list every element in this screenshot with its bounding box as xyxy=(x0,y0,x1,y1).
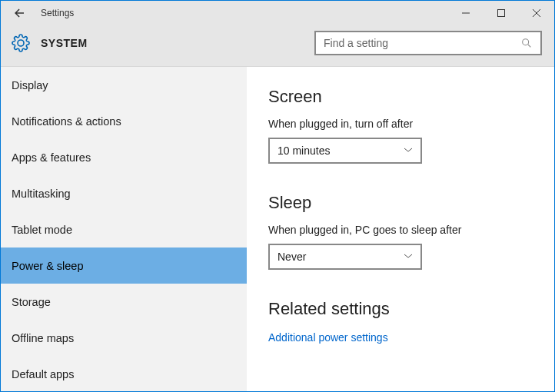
sidebar-item-multitasking[interactable]: Multitasking xyxy=(1,175,247,211)
sidebar-item-display[interactable]: Display xyxy=(1,67,247,103)
screen-turn-off-value: 10 minutes xyxy=(278,145,330,157)
content-area: Screen When plugged in, turn off after 1… xyxy=(247,67,554,391)
sidebar-item-tablet-mode[interactable]: Tablet mode xyxy=(1,211,247,247)
sidebar-item-label: Tablet mode xyxy=(12,224,72,236)
sleep-label: When plugged in, PC goes to sleep after xyxy=(268,224,533,236)
sidebar-item-offline-maps[interactable]: Offline maps xyxy=(1,320,247,356)
sleep-value: Never xyxy=(278,251,306,263)
close-button[interactable] xyxy=(519,1,554,25)
sidebar-item-notifications-actions[interactable]: Notifications & actions xyxy=(1,103,247,139)
page-title: SYSTEM xyxy=(32,37,314,49)
sidebar: Display Notifications & actions Apps & f… xyxy=(1,67,247,391)
titlebar: Settings xyxy=(1,1,554,25)
chevron-down-icon xyxy=(404,251,413,263)
header: SYSTEM Find a setting xyxy=(1,25,554,67)
maximize-button[interactable] xyxy=(484,1,519,25)
search-icon xyxy=(520,37,533,49)
sidebar-item-label: Default apps xyxy=(12,368,74,380)
arrow-left-icon xyxy=(12,6,26,20)
window-controls xyxy=(448,1,554,25)
screen-turn-off-select[interactable]: 10 minutes xyxy=(268,138,422,164)
svg-point-1 xyxy=(523,38,529,45)
sleep-heading: Sleep xyxy=(268,193,533,213)
close-icon xyxy=(533,9,540,17)
related-settings-heading: Related settings xyxy=(268,299,533,319)
svg-rect-0 xyxy=(498,10,505,17)
sidebar-item-label: Notifications & actions xyxy=(12,115,121,128)
minimize-icon xyxy=(462,9,470,17)
sidebar-item-label: Storage xyxy=(12,296,51,308)
maximize-icon xyxy=(497,9,505,17)
additional-power-settings-link[interactable]: Additional power settings xyxy=(268,331,533,344)
window-title: Settings xyxy=(38,8,448,18)
gear-icon xyxy=(10,32,32,54)
sidebar-item-default-apps[interactable]: Default apps xyxy=(1,356,247,391)
sidebar-item-label: Multitasking xyxy=(12,188,71,200)
back-button[interactable] xyxy=(1,1,38,25)
sidebar-item-label: Apps & features xyxy=(12,151,91,164)
sleep-select[interactable]: Never xyxy=(268,244,422,270)
sidebar-item-label: Display xyxy=(12,79,48,91)
screen-turn-off-label: When plugged in, turn off after xyxy=(268,118,533,130)
screen-heading: Screen xyxy=(268,87,533,107)
minimize-button[interactable] xyxy=(448,1,484,25)
search-input[interactable]: Find a setting xyxy=(314,31,542,55)
sidebar-item-apps-features[interactable]: Apps & features xyxy=(1,139,247,175)
chevron-down-icon xyxy=(404,145,413,157)
sidebar-item-power-sleep[interactable]: Power & sleep xyxy=(1,247,247,284)
sidebar-item-label: Offline maps xyxy=(12,332,74,344)
sidebar-item-label: Power & sleep xyxy=(12,260,84,272)
search-placeholder: Find a setting xyxy=(324,37,520,49)
sidebar-item-storage[interactable]: Storage xyxy=(1,284,247,320)
